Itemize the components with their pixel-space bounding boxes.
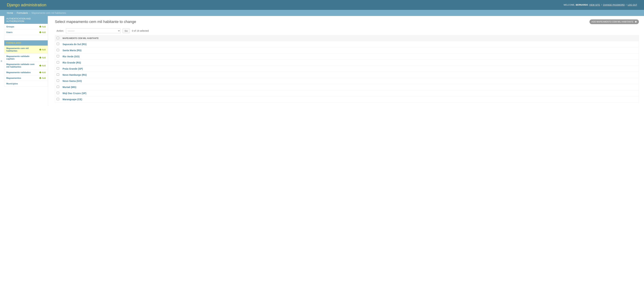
- row-link[interactable]: Rio Grande (RS): [62, 61, 81, 64]
- table-row: Muriaé (MG): [55, 84, 639, 90]
- plus-icon: ✚: [39, 31, 42, 33]
- add-label: Add: [42, 71, 46, 74]
- actions-bar: Action: --------- Go 0 of 19 selected: [55, 28, 639, 33]
- row-select-checkbox[interactable]: [57, 98, 59, 100]
- row-select-checkbox[interactable]: [57, 73, 59, 76]
- breadcrumb-home[interactable]: Home: [7, 11, 13, 14]
- plus-icon: ✚: [39, 56, 42, 59]
- plus-icon: ✚: [39, 25, 42, 28]
- row-select-checkbox[interactable]: [57, 55, 59, 57]
- row-link[interactable]: Maranguape (CE): [62, 98, 82, 101]
- sidebar-model-row: Municipios: [4, 81, 48, 86]
- sidebar: « AUTHENTICATION AND AUTHORIZATIONGroups…: [0, 16, 48, 106]
- model-link[interactable]: Mapeamento validado capitais: [6, 55, 39, 60]
- header: Django administration WELCOME, BERNARDO.…: [0, 0, 644, 10]
- row-select-checkbox[interactable]: [57, 79, 59, 82]
- sidebar-model-row: Mapeamento validados✚ Add: [4, 70, 48, 75]
- row-select-checkbox[interactable]: [57, 49, 59, 51]
- add-object-label: ADD MAPEAMENTO CEM MIL HABITANTE: [592, 20, 634, 23]
- welcome-text: WELCOME,: [564, 4, 575, 6]
- row-select-checkbox[interactable]: [57, 43, 59, 45]
- plus-icon: ✚: [39, 64, 42, 67]
- model-link[interactable]: Mapeamento validado cem mil habitantes: [6, 63, 39, 68]
- log-out-link[interactable]: LOG OUT: [628, 4, 637, 6]
- model-link[interactable]: Mapeamento cem mil habitantes: [6, 47, 39, 52]
- branding: Django administration: [7, 2, 46, 7]
- row-link[interactable]: Muriaé (MG): [62, 86, 76, 88]
- content-head: Select mapeamento cem mil habitante to c…: [55, 19, 639, 24]
- selection-counter: 0 of 19 selected: [132, 29, 149, 32]
- plus-icon: ✚: [39, 71, 42, 74]
- model-add-link[interactable]: ✚ Add: [39, 71, 46, 74]
- model-add-link[interactable]: ✚ Add: [39, 64, 46, 67]
- content: Select mapeamento cem mil habitante to c…: [48, 16, 644, 106]
- row-select-checkbox[interactable]: [57, 86, 59, 88]
- breadcrumb-current: Mapeamento cem mil habitantes: [32, 11, 66, 14]
- add-label: Add: [42, 64, 46, 67]
- app-caption-link[interactable]: FORMULARIO: [6, 42, 21, 44]
- table-row: Praia Grande (SP): [55, 66, 639, 72]
- site-title-link[interactable]: Django administration: [7, 2, 46, 7]
- table-row: Sapucaia do Sul (RS): [55, 41, 639, 47]
- object-tools: ADD MAPEAMENTO CEM MIL HABITANTE ✚: [590, 19, 639, 24]
- breadcrumb: Home › Formulario › Mapeamento cem mil h…: [0, 10, 644, 16]
- row-select-checkbox[interactable]: [57, 61, 59, 63]
- column-header[interactable]: MAPEAMENTO CEM MIL HABITANTE: [61, 35, 639, 41]
- add-label: Add: [42, 77, 46, 79]
- sidebar-model-row: Mapeamento cem mil habitantes✚ Add: [4, 46, 48, 54]
- go-button[interactable]: Go: [122, 28, 130, 33]
- table-row: Novo Gama (GO): [55, 78, 639, 84]
- model-link[interactable]: Municipios: [6, 82, 46, 85]
- sidebar-model-row: Mapeamentos✚ Add: [4, 75, 48, 81]
- sidebar-model-row: Users✚ Add: [4, 29, 48, 35]
- select-all-checkbox[interactable]: [57, 37, 59, 39]
- model-add-link[interactable]: ✚ Add: [39, 48, 46, 51]
- row-link[interactable]: Santa Maria (RS): [62, 49, 82, 52]
- add-label: Add: [42, 48, 46, 51]
- add-label: Add: [42, 31, 46, 33]
- view-site-link[interactable]: VIEW SITE: [589, 4, 600, 6]
- table-row: Maranguape (CE): [55, 96, 639, 102]
- row-link[interactable]: Sapucaia do Sul (RS): [62, 43, 86, 46]
- row-select-checkbox[interactable]: [57, 92, 59, 94]
- row-link[interactable]: Praia Grande (SP): [62, 67, 83, 70]
- plus-icon: ✚: [39, 48, 42, 51]
- app-caption[interactable]: FORMULARIO: [4, 40, 48, 46]
- change-password-link[interactable]: CHANGE PASSWORD: [603, 4, 625, 6]
- add-label: Add: [42, 25, 46, 28]
- table-row: Novo Hamburgo (RS): [55, 72, 639, 78]
- app-caption-link[interactable]: AUTHENTICATION AND AUTHORIZATION: [6, 17, 31, 22]
- row-link[interactable]: Moji Das Cruzes (SP): [62, 92, 86, 95]
- model-add-link[interactable]: ✚ Add: [39, 77, 46, 79]
- sidebar-model-row: Mapeamento validado cem mil habitantes✚ …: [4, 62, 48, 70]
- app-caption[interactable]: AUTHENTICATION AND AUTHORIZATION: [4, 16, 48, 24]
- row-link[interactable]: Novo Gama (GO): [62, 80, 82, 82]
- model-add-link[interactable]: ✚ Add: [39, 25, 46, 28]
- sidebar-model-row: Groups✚ Add: [4, 24, 48, 29]
- action-select[interactable]: ---------: [66, 28, 120, 33]
- page-title: Select mapeamento cem mil habitante to c…: [55, 19, 136, 24]
- model-link[interactable]: Mapeamentos: [6, 77, 39, 79]
- add-label: Add: [42, 56, 46, 59]
- table-row: Rio Verde (GO): [55, 53, 639, 59]
- model-link[interactable]: Users: [6, 31, 39, 33]
- row-link[interactable]: Rio Verde (GO): [62, 55, 80, 58]
- results-table: MAPEAMENTO CEM MIL HABITANTE Sapucaia do…: [55, 35, 639, 102]
- model-link[interactable]: Groups: [6, 25, 39, 28]
- sidebar-model-row: Mapeamento validado capitais✚ Add: [4, 54, 48, 62]
- model-add-link[interactable]: ✚ Add: [39, 31, 46, 33]
- model-add-link[interactable]: ✚ Add: [39, 56, 46, 59]
- table-row: Rio Grande (RS): [55, 59, 639, 66]
- breadcrumb-app[interactable]: Formulario: [17, 11, 28, 14]
- table-row: Santa Maria (RS): [55, 47, 639, 53]
- user-tools: WELCOME, BERNARDO. VIEW SITE / CHANGE PA…: [564, 4, 637, 6]
- row-link[interactable]: Novo Hamburgo (RS): [62, 73, 87, 76]
- sidebar-toggle[interactable]: «: [1, 59, 2, 62]
- add-object-button[interactable]: ADD MAPEAMENTO CEM MIL HABITANTE ✚: [590, 19, 639, 24]
- model-link[interactable]: Mapeamento validados: [6, 71, 39, 74]
- plus-icon: ✚: [39, 77, 42, 79]
- action-label: Action:: [56, 29, 64, 32]
- username: BERNARDO: [576, 4, 588, 6]
- row-select-checkbox[interactable]: [57, 67, 59, 70]
- plus-icon: ✚: [635, 20, 637, 23]
